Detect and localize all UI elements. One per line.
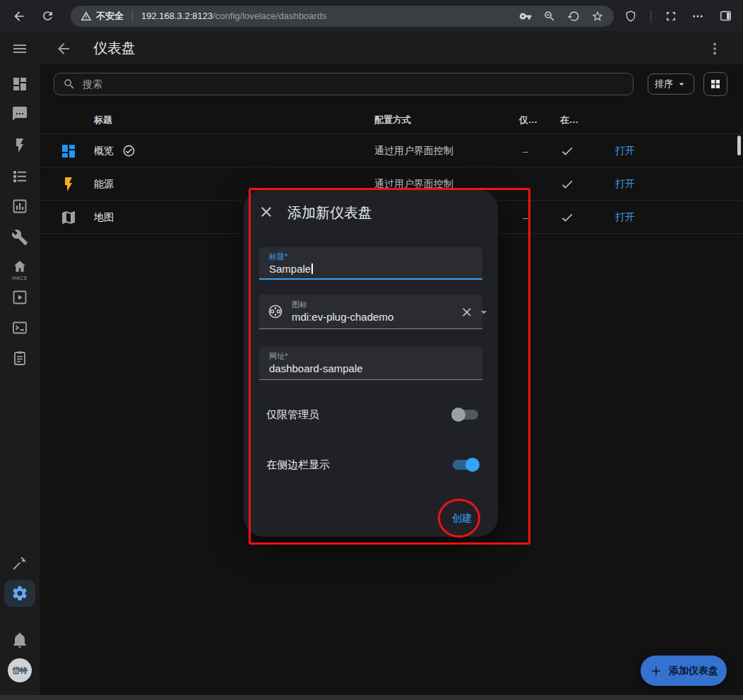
row-title: 地图 [94,211,114,224]
search-box[interactable] [54,73,634,95]
sidebar-item-logs[interactable] [11,350,28,367]
clear-icon [460,305,474,319]
copilot-sidebar-button[interactable] [715,6,736,27]
icon-field-label: 图标 [292,299,307,310]
url-host: 192.168.3.2:8123 [141,11,213,21]
table-row[interactable]: 概览 通过用户界面控制 – 打开 [40,134,743,167]
kebab-icon [707,41,723,57]
arrow-left-icon [55,40,72,57]
page-back-button[interactable] [49,35,78,63]
terminal-icon [11,319,28,336]
browser-essentials-button[interactable] [621,6,641,26]
check-icon [560,210,574,225]
browser-chrome: 不安全 192.168.3.2:8123/config/lovelace/das… [0,0,743,32]
refresh-icon [41,9,54,23]
sidebar-item-energy[interactable] [11,137,28,154]
row-admin: – [519,201,532,234]
address-bar[interactable]: 不安全 192.168.3.2:8123/config/lovelace/das… [71,6,614,27]
toggle-knob [465,458,480,472]
user-avatar[interactable]: 岱特 [8,658,32,682]
header-title: 标题 [94,106,112,134]
icon-field[interactable]: 图标 mdi:ev-plug-chademo [259,295,482,329]
toggle-knob [451,408,465,422]
fab-label: 添加仪表盘 [669,665,718,677]
admin-toggle[interactable] [453,410,478,420]
add-dashboard-fab[interactable]: 添加仪表盘 [641,655,727,686]
browser-back-button[interactable] [7,4,31,28]
admin-toggle-label: 仅限管理员 [266,408,319,422]
sidebar-item-developer-tools[interactable] [11,554,28,571]
browser-refresh-button[interactable] [35,4,59,28]
open-link[interactable]: 打开 [615,167,635,201]
wrench-icon [11,229,28,246]
admin-toggle-row: 仅限管理员 [266,405,481,425]
map-icon [60,209,77,226]
row-config: 通过用户界面控制 [374,134,453,167]
security-warning-badge[interactable]: 不安全 [81,10,124,23]
table-header: 标题 配置方式 仅… 在… [40,106,743,134]
appbar-overflow-button[interactable] [702,36,727,61]
restore-icon [567,10,580,23]
address-divider [132,11,133,22]
open-link[interactable]: 打开 [615,201,635,234]
icon-dropdown-button[interactable] [477,305,491,319]
bell-icon [11,631,28,648]
sidebar-item-todo[interactable] [11,167,28,184]
dialog-close-button[interactable] [258,203,275,220]
favorite-star-button[interactable] [591,10,604,23]
password-key-button[interactable] [519,10,532,23]
sidebar-item-notifications[interactable] [11,631,28,648]
check-circle-icon [122,144,136,158]
close-icon [258,203,275,220]
dashboard-grid-icon [11,76,28,93]
sidebar-toggle[interactable] [453,460,478,470]
sidebar-panel-icon [719,9,732,23]
screen: 不安全 192.168.3.2:8123/config/lovelace/das… [0,0,743,700]
url-field[interactable]: 网址* dashboard-sampale [259,347,482,380]
sidebar-item-settings[interactable] [4,580,35,607]
app-bar: 仪表盘 [0,32,743,64]
zoom-out-icon [543,10,556,23]
table-settings-icon [709,78,722,90]
page-title: 仪表盘 [93,39,136,58]
sort-button[interactable]: 排序 [648,73,694,95]
sidebar-item-history[interactable] [11,198,28,215]
sidebar-menu-button[interactable] [0,32,40,64]
sidebar-item-assist[interactable] [11,105,28,122]
sidebar-toggle-label: 在侧边栏显示 [266,458,330,472]
icon-field-value: mdi:ev-plug-chademo [292,311,393,323]
dialog-title: 添加新仪表盘 [287,203,372,222]
sidebar-item-hacs[interactable] [11,259,28,275]
ellipsis-icon [691,10,704,23]
dropdown-icon [477,305,491,319]
header-sidebar: 在… [560,106,578,134]
clear-icon-button[interactable] [460,305,474,319]
scrollbar-thumb[interactable] [737,136,741,155]
search-input[interactable] [83,78,624,90]
sidebar-item-overview[interactable] [11,76,28,93]
sidebar-item-terminal[interactable] [11,319,28,336]
url-path: /config/lovelace/dashboards [213,11,326,21]
title-field[interactable]: 标题* Sampale [259,247,482,280]
clipboard-icon [11,350,28,367]
chat-icon [11,105,28,122]
dashboard-grid-icon [60,143,77,160]
sidebar-item-media[interactable] [11,289,28,306]
hacs-label: HACS [0,275,40,280]
row-title: 概览 [94,145,114,158]
restore-pages-button[interactable] [567,10,580,23]
key-icon [519,10,532,23]
zoom-out-button[interactable] [543,10,556,23]
search-icon [63,78,76,90]
sidebar-item-tools[interactable] [11,229,28,246]
security-warning-label: 不安全 [96,10,124,23]
create-button[interactable]: 创建 [444,508,480,529]
web-capture-button[interactable] [661,6,681,26]
sort-label: 排序 [655,78,673,90]
ev-plug-chademo-icon [267,303,284,320]
browser-menu-button[interactable] [688,6,708,26]
row-admin [519,167,532,201]
table-settings-button[interactable] [703,72,727,96]
web-capture-icon [665,10,677,23]
open-link[interactable]: 打开 [615,134,635,167]
